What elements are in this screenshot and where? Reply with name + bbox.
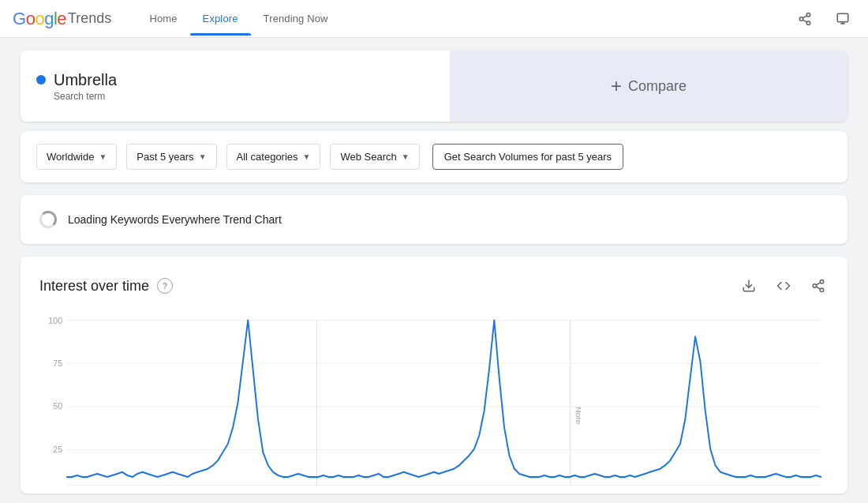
compare-label: Compare bbox=[628, 78, 687, 95]
chevron-down-icon: ▼ bbox=[402, 152, 410, 161]
svg-text:75: 75 bbox=[53, 358, 62, 368]
nav-trending-now[interactable]: Trending Now bbox=[251, 2, 341, 36]
svg-text:Note: Note bbox=[574, 407, 583, 424]
svg-line-13 bbox=[816, 283, 820, 285]
loading-spinner bbox=[39, 211, 57, 228]
loading-text: Loading Keywords Everywhere Trend Chart bbox=[68, 213, 282, 226]
chart-title: Interest over time bbox=[39, 278, 149, 295]
embed-icon[interactable] bbox=[773, 276, 794, 296]
location-label: Worldwide bbox=[47, 151, 94, 163]
svg-line-3 bbox=[803, 20, 806, 22]
svg-line-4 bbox=[803, 15, 806, 17]
category-label: All categories bbox=[237, 151, 298, 163]
header-actions bbox=[792, 6, 855, 32]
chart-svg: 100 75 50 25 Note bbox=[39, 312, 829, 494]
chart-actions bbox=[739, 276, 829, 296]
google-logo: Google bbox=[13, 9, 66, 29]
header: Google Trends Home Explore Trending Now bbox=[0, 0, 868, 38]
location-filter[interactable]: Worldwide ▼ bbox=[36, 144, 117, 170]
chevron-down-icon: ▼ bbox=[303, 152, 311, 161]
search-type-label: Web Search bbox=[340, 151, 396, 163]
logo-area: Google Trends bbox=[13, 9, 111, 29]
chart-area: 100 75 50 25 Note bbox=[39, 312, 829, 494]
search-term: Umbrella bbox=[54, 71, 117, 89]
download-icon[interactable] bbox=[739, 276, 759, 296]
get-volumes-button[interactable]: Get Search Volumes for past 5 years bbox=[432, 144, 623, 170]
search-dot bbox=[36, 75, 46, 84]
svg-rect-5 bbox=[837, 13, 848, 22]
chart-header: Interest over time ? bbox=[39, 276, 829, 296]
chevron-down-icon: ▼ bbox=[99, 152, 107, 161]
main-nav: Home Explore Trending Now bbox=[137, 2, 792, 36]
search-area: Umbrella Search term + Compare bbox=[21, 51, 847, 122]
info-icon[interactable]: ? bbox=[157, 278, 173, 294]
search-type-filter[interactable]: Web Search ▼ bbox=[330, 144, 419, 170]
svg-text:50: 50 bbox=[53, 401, 62, 411]
search-term-row: Umbrella bbox=[36, 71, 117, 89]
feedback-icon[interactable] bbox=[830, 6, 855, 32]
main-content: Umbrella Search term + Compare Worldwide… bbox=[8, 38, 860, 503]
time-label: Past 5 years bbox=[137, 151, 193, 163]
nav-explore[interactable]: Explore bbox=[190, 2, 251, 36]
chevron-down-icon: ▼ bbox=[199, 152, 207, 161]
compare-box[interactable]: + Compare bbox=[450, 51, 847, 122]
chart-card: Interest over time ? bbox=[21, 257, 847, 494]
compare-plus-icon: + bbox=[611, 75, 622, 97]
search-sub-label: Search term bbox=[54, 91, 105, 102]
share-icon[interactable] bbox=[792, 6, 817, 32]
svg-text:25: 25 bbox=[53, 444, 62, 453]
loading-bar: Loading Keywords Everywhere Trend Chart bbox=[21, 195, 847, 244]
time-filter[interactable]: Past 5 years ▼ bbox=[126, 144, 216, 170]
chart-title-row: Interest over time ? bbox=[39, 278, 173, 295]
share-chart-icon[interactable] bbox=[808, 276, 829, 296]
trends-logo: Trends bbox=[68, 10, 111, 27]
category-filter[interactable]: All categories ▼ bbox=[226, 144, 321, 170]
filter-bar: Worldwide ▼ Past 5 years ▼ All categorie… bbox=[21, 131, 847, 182]
search-box: Umbrella Search term bbox=[21, 51, 450, 122]
svg-text:100: 100 bbox=[48, 315, 62, 325]
svg-line-12 bbox=[816, 287, 820, 289]
nav-home[interactable]: Home bbox=[137, 2, 189, 36]
